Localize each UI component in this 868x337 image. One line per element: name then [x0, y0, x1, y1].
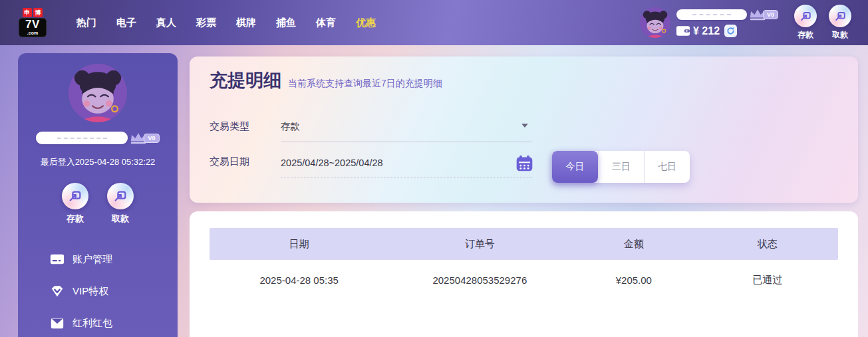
- user-avatar[interactable]: [640, 7, 670, 38]
- cell-order-number: 20250428053529276: [388, 260, 571, 300]
- last-login-text: 最后登入2025-04-28 05:32:22: [18, 156, 178, 168]
- transaction-date-input[interactable]: 2025/04/28~2025/04/28: [281, 158, 532, 177]
- avatar-illustration: [640, 7, 670, 38]
- logo-name: 7V: [21, 19, 44, 31]
- withdraw-icon: [834, 10, 847, 23]
- username-redacted: [36, 132, 128, 144]
- balance-row: ¥ 212: [676, 25, 788, 37]
- records-panel: 日期 订单号 金额 状态 2025-04-28 05:35 2025042805…: [190, 211, 858, 337]
- red-packet-icon: [50, 316, 65, 330]
- nav-item-promotions[interactable]: 优惠: [346, 17, 386, 29]
- transaction-type-label: 交易类型: [210, 120, 281, 142]
- nav-withdraw-button[interactable]: 取款: [823, 5, 857, 41]
- column-header-amount: 金额: [571, 228, 696, 260]
- column-header-status: 状态: [696, 228, 838, 260]
- sidebar-quick-actions: 存款 取款: [18, 183, 178, 225]
- nav-item-slots[interactable]: 电子: [106, 17, 146, 29]
- site-logo[interactable]: 申 博 7V .com: [19, 8, 47, 37]
- calendar-icon[interactable]: [515, 154, 533, 172]
- sidebar-item-label: VIP特权: [72, 285, 108, 298]
- records-table: 日期 订单号 金额 状态 2025-04-28 05:35 2025042805…: [210, 228, 838, 300]
- main-menu: 热门 电子 真人 彩票 棋牌 捕鱼 体育 优惠: [67, 17, 386, 29]
- deposit-icon: [68, 189, 82, 203]
- navbar-user-area: V0 ¥ 212: [640, 0, 857, 45]
- logo-badge-left: 申: [23, 8, 32, 17]
- bank-card-icon: [50, 252, 65, 267]
- page-title: 充提明细: [210, 68, 281, 92]
- logo-red-badges: 申 博: [19, 8, 47, 17]
- cell-date: 2025-04-28 05:35: [210, 260, 388, 300]
- table-header-row: 日期 订单号 金额 状态: [210, 228, 838, 260]
- refresh-icon: [726, 27, 735, 35]
- sidebar-withdraw-button[interactable]: 取款: [107, 183, 134, 225]
- range-today-button[interactable]: 今日: [552, 151, 598, 183]
- top-navbar: 申 博 7V .com 热门 电子 真人 彩票 棋牌 捕鱼 体育 优惠: [0, 0, 868, 45]
- filter-panel: 充提明细 当前系统支持查询最近7日的充提明细 交易类型 存款 交易日期 2025…: [190, 56, 858, 203]
- sidebar-menu: 账户管理 VIP特权 红利红包: [18, 243, 178, 337]
- transaction-date-value: 2025/04/28~2025/04/28: [281, 158, 383, 168]
- column-header-order: 订单号: [388, 228, 571, 260]
- sidebar-item-account[interactable]: 账户管理: [18, 243, 178, 275]
- withdraw-icon: [113, 189, 128, 203]
- avatar-illustration: [69, 64, 127, 122]
- logo-badge-right: 博: [33, 8, 43, 17]
- range-7day-button[interactable]: 七日: [644, 151, 690, 183]
- transaction-type-value: 存款: [281, 121, 300, 132]
- cell-amount: ¥205.00: [571, 260, 696, 300]
- logo-wordmark: 7V .com: [19, 18, 47, 37]
- sidebar-item-label: 账户管理: [72, 253, 112, 266]
- balance-amount: ¥ 212: [693, 25, 720, 37]
- refresh-balance-button[interactable]: [724, 25, 737, 37]
- vip-level-badge: V0: [144, 134, 159, 143]
- sidebar-item-vip[interactable]: VIP特权: [18, 275, 178, 307]
- sidebar-item-label: 红利红包: [72, 317, 112, 330]
- vip-diamond-icon: [50, 284, 65, 298]
- nav-item-lottery[interactable]: 彩票: [186, 17, 226, 29]
- table-row: 2025-04-28 05:35 20250428053529276 ¥205.…: [210, 260, 838, 300]
- cell-status: 已通过: [696, 260, 838, 300]
- nav-item-fishing[interactable]: 捕鱼: [266, 17, 306, 29]
- sidebar-deposit-button[interactable]: 存款: [62, 183, 88, 225]
- nav-deposit-button[interactable]: 存款: [788, 5, 823, 41]
- page-subtitle: 当前系统支持查询最近7日的充提明细: [288, 78, 442, 90]
- nav-item-sports[interactable]: 体育: [306, 17, 346, 29]
- nav-item-boardgames[interactable]: 棋牌: [226, 17, 266, 29]
- deposit-icon: [799, 10, 812, 23]
- user-info-block: V0 ¥ 212: [676, 8, 788, 37]
- wallet-icon: [676, 26, 690, 36]
- sidebar-item-redpacket[interactable]: 红利红包: [18, 307, 178, 337]
- range-3day-button[interactable]: 三日: [598, 151, 644, 183]
- logo-tld: .com: [21, 31, 44, 35]
- column-header-date: 日期: [210, 228, 388, 260]
- username-redacted: [676, 9, 747, 20]
- sidebar-user-line: V0: [18, 132, 178, 144]
- chevron-down-icon: [521, 124, 528, 128]
- transaction-type-select[interactable]: 存款: [281, 120, 532, 142]
- transaction-date-label: 交易日期: [210, 156, 281, 177]
- nav-item-live[interactable]: 真人: [146, 17, 186, 29]
- account-sidebar: V0 最后登入2025-04-28 05:32:22 存款 取款: [18, 53, 178, 337]
- date-range-group: 今日 三日 七日: [552, 151, 690, 183]
- vip-level-badge: V0: [763, 10, 778, 19]
- sidebar-user-avatar[interactable]: [69, 64, 127, 122]
- nav-item-hot[interactable]: 热门: [67, 17, 106, 29]
